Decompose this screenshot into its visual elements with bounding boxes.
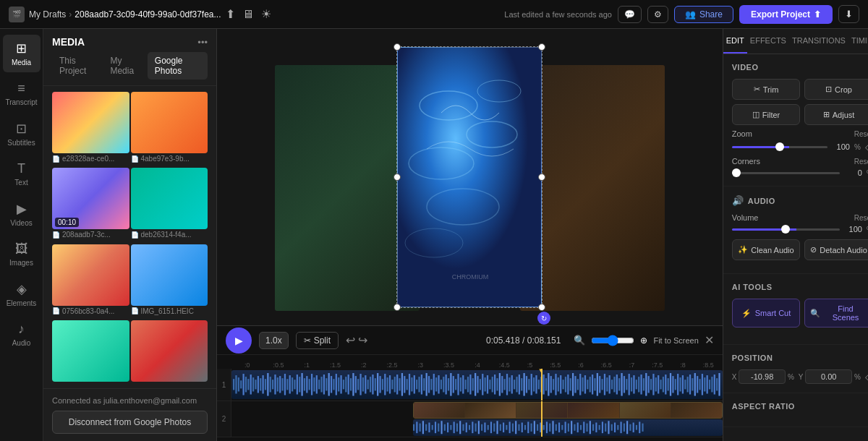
svg-rect-182: [658, 375, 659, 393]
tab-my-media[interactable]: My Media: [103, 52, 147, 80]
tab-transitions[interactable]: TRANSITIONS: [789, 29, 848, 53]
tab-effects[interactable]: EFFECTS: [747, 29, 789, 53]
media-thumbnail[interactable]: [52, 244, 129, 306]
filter-icon: ◫: [752, 110, 760, 119]
svg-rect-15: [250, 374, 252, 394]
sidebar-item-subtitles[interactable]: ⊡ Subtitles: [3, 115, 41, 153]
zoom-reset[interactable]: Reset: [854, 130, 868, 138]
share-icon[interactable]: ⬆: [226, 7, 235, 21]
media-thumbnail[interactable]: [52, 92, 129, 153]
detach-audio-button[interactable]: ⊘ Detach Audio: [804, 239, 868, 260]
playhead[interactable]: ▼: [541, 369, 542, 401]
settings-button[interactable]: ⚙: [647, 6, 668, 23]
adjust-button[interactable]: ⊞ Adjust: [804, 104, 868, 125]
undo-button[interactable]: ↩: [346, 333, 355, 347]
svg-rect-233: [490, 422, 492, 434]
redo-button[interactable]: ↪: [358, 333, 367, 347]
y-value[interactable]: 0.00: [805, 369, 851, 384]
sidebar-item-videos[interactable]: ▶ Videos: [3, 195, 41, 233]
media-thumbnail[interactable]: [131, 320, 208, 382]
comment-button[interactable]: 💬: [618, 6, 642, 23]
disconnect-button[interactable]: Disconnect from Google Photos: [52, 411, 208, 434]
zoom-out-icon[interactable]: 🔍: [574, 335, 585, 346]
position-keyframe[interactable]: ◇: [865, 371, 868, 382]
svg-rect-44: [320, 377, 322, 392]
monitor-icon[interactable]: 🖥: [242, 8, 254, 21]
svg-rect-241: [515, 421, 516, 434]
svg-rect-11: [240, 380, 242, 388]
x-value[interactable]: -10.98: [739, 369, 785, 384]
svg-rect-164: [613, 377, 615, 392]
sidebar-item-images[interactable]: 🖼 Images: [3, 236, 41, 273]
svg-rect-238: [506, 425, 507, 430]
rotate-handle[interactable]: ↻: [537, 312, 550, 325]
sidebar-item-media[interactable]: ⊞ Media: [3, 35, 41, 72]
trim-button[interactable]: ✂ Trim: [732, 79, 801, 100]
tab-google-photos[interactable]: Google Photos: [148, 52, 208, 80]
filter-button[interactable]: ◫ Filter: [732, 104, 801, 125]
export-button[interactable]: Export Project ⬆: [739, 5, 833, 24]
svg-rect-150: [579, 374, 581, 395]
sidebar-item-transcript[interactable]: ≡ Transcript: [3, 75, 41, 112]
svg-rect-162: [609, 375, 610, 393]
audio-tools-row: ✨ Clean Audio ⊘ Detach Audio: [732, 239, 868, 260]
drafts-link[interactable]: My Drafts: [29, 9, 66, 20]
video-center[interactable]: CHROMIUM: [397, 47, 542, 307]
media-thumbnail[interactable]: [131, 92, 208, 153]
split-button[interactable]: ✂ Split: [296, 332, 339, 349]
zoom-in-icon[interactable]: ⊕: [640, 335, 647, 346]
svg-rect-190: [677, 374, 678, 395]
crop-button[interactable]: ⊡ Crop: [804, 79, 868, 100]
svg-rect-106: [472, 378, 474, 390]
zoom-slider-input[interactable]: [732, 146, 827, 148]
volume-reset[interactable]: Reset: [854, 214, 868, 222]
svg-rect-130: [531, 374, 532, 395]
svg-rect-13: [245, 377, 247, 392]
media-filename: 📄 4abe97e3-9b...: [131, 153, 208, 166]
play-button[interactable]: ▶: [226, 327, 252, 354]
zoom-value: 100: [832, 142, 850, 151]
waveform-svg: // Generated inline waveform bars: [233, 372, 721, 398]
media-thumbnail[interactable]: [131, 244, 208, 306]
zoom-keyframe[interactable]: ◇: [865, 141, 868, 153]
fit-screen-button[interactable]: Fit to Screen: [653, 336, 698, 345]
ruler-mark: :2: [351, 361, 377, 369]
topbar-actions: ⬆ 🖥 ☀: [226, 7, 271, 21]
media-more-icon[interactable]: •••: [197, 37, 208, 48]
media-thumbnail[interactable]: [52, 320, 129, 382]
sidebar-item-audio[interactable]: ♪ Audio: [3, 316, 41, 353]
sidebar-item-elements[interactable]: ◈ Elements: [3, 275, 41, 313]
download-button[interactable]: ⬇: [838, 5, 859, 23]
svg-rect-242: [519, 424, 520, 431]
svg-rect-136: [545, 378, 547, 390]
track-content-1[interactable]: // Generated inline waveform bars: [231, 369, 723, 401]
svg-rect-83: [416, 380, 417, 389]
close-timeline-button[interactable]: ✕: [705, 333, 714, 347]
speed-button[interactable]: 1.0x: [259, 332, 289, 349]
tab-timing[interactable]: TIMING: [848, 29, 868, 53]
find-scenes-button[interactable]: 🔍 Find Scenes: [804, 299, 868, 327]
adjust-icon: ⊞: [823, 110, 830, 119]
tab-this-project[interactable]: This Project: [52, 52, 103, 80]
media-thumbnail[interactable]: [131, 168, 208, 229]
svg-rect-192: [682, 375, 684, 393]
corners-reset[interactable]: Reset: [854, 158, 868, 166]
svg-rect-234: [493, 424, 495, 432]
elements-icon: ◈: [17, 281, 27, 297]
volume-slider-input[interactable]: [732, 228, 840, 231]
video-tools-row-1: ✂ Trim ⊡ Crop: [732, 79, 868, 100]
tab-edit[interactable]: EDIT: [723, 29, 747, 53]
corners-slider-input[interactable]: [732, 172, 840, 174]
svg-rect-185: [665, 374, 666, 394]
brightness-icon[interactable]: ☀: [261, 7, 271, 21]
svg-rect-20: [262, 375, 263, 393]
sidebar-item-text[interactable]: T Text: [3, 155, 41, 192]
share-button[interactable]: 👥 Share: [674, 6, 733, 23]
list-item: 📄 0756bc83-0a4...: [52, 244, 129, 319]
smart-cut-button[interactable]: ⚡ Smart Cut: [732, 299, 801, 327]
video-center-content: CHROMIUM: [398, 48, 541, 307]
clean-audio-button[interactable]: ✨ Clean Audio: [732, 239, 801, 260]
track-content-2[interactable]: [231, 401, 723, 437]
zoom-slider[interactable]: [591, 335, 634, 346]
svg-rect-258: [568, 424, 569, 432]
